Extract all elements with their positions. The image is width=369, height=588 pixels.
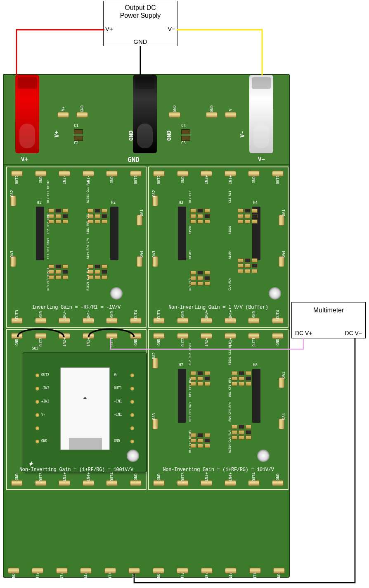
test-pad[interactable]: IN2- [59, 171, 70, 176]
test-pad[interactable]: GND [130, 333, 142, 339]
pad-oa4-q2[interactable] [279, 256, 284, 267]
test-pad[interactable]: OUT2 [153, 171, 165, 176]
test-pad[interactable]: IN4+ [83, 480, 94, 486]
test-pad[interactable]: IN3- [59, 318, 70, 324]
test-pad[interactable]: GND [177, 318, 189, 324]
test-pad[interactable]: OUT1 [130, 171, 142, 176]
test-pad[interactable]: IN1+ [83, 333, 94, 339]
test-pad[interactable]: OUT4 [248, 480, 260, 486]
pad-oa1[interactable] [137, 215, 142, 226]
test-pad[interactable]: IN2+ [59, 333, 70, 339]
test-pad[interactable]: IN3+ [201, 568, 213, 574]
testpoint-gnd3[interactable]: GND [206, 112, 218, 118]
daughter-pin[interactable] [35, 374, 39, 377]
test-pad[interactable]: OUT4 [249, 568, 261, 574]
testpoint-gnd2[interactable]: GND [169, 112, 180, 118]
test-pad[interactable]: IN3+ [201, 480, 212, 486]
test-pad[interactable]: GND [11, 480, 23, 486]
test-pad[interactable]: OUT1 [248, 333, 260, 339]
test-pad[interactable]: GND [35, 318, 47, 324]
pad-oa1-q4[interactable] [279, 377, 284, 388]
pad-oa2-q2[interactable] [152, 195, 158, 206]
test-pad[interactable]: IN1+ [225, 333, 236, 339]
test-pad[interactable]: GND [248, 171, 260, 176]
daughter-pin[interactable] [35, 413, 39, 417]
daughter-pin[interactable] [35, 440, 39, 443]
test-pad[interactable]: IN4+ [225, 480, 236, 486]
test-pad[interactable]: IN3+ [59, 480, 70, 486]
test-pad[interactable]: OUT4 [104, 568, 116, 574]
pad-oa1-q2[interactable] [279, 215, 284, 226]
test-pad[interactable]: IN4+ [225, 568, 237, 574]
test-pad[interactable]: IN1+ [225, 171, 236, 176]
test-pad[interactable]: IN4- [83, 318, 94, 324]
pad-oa3[interactable] [10, 256, 16, 267]
daughter-pin[interactable] [130, 400, 134, 404]
test-pad[interactable]: OUT3 [177, 568, 188, 574]
test-pad[interactable]: OUT2 [35, 333, 47, 339]
test-pad[interactable]: GND [130, 480, 142, 486]
test-pad[interactable]: IN4+ [225, 318, 236, 324]
pad-oa3-q4[interactable] [152, 419, 158, 429]
daughter-pin[interactable] [130, 413, 134, 417]
test-pad[interactable]: IN1- [83, 171, 94, 176]
daughter-pin[interactable] [35, 400, 39, 404]
header-h7[interactable] [178, 369, 186, 423]
testpoint-gnd1[interactable]: GND [76, 112, 88, 118]
test-pad[interactable]: IN3+ [201, 318, 212, 324]
test-pad[interactable]: GND [8, 568, 19, 574]
test-pad[interactable]: GND [35, 171, 47, 176]
daughter-pin[interactable] [130, 374, 134, 377]
test-pad[interactable]: OUT3 [153, 318, 165, 324]
test-pad[interactable]: GND [273, 568, 285, 574]
test-pad[interactable]: OUT2 [11, 171, 23, 176]
pad-oa4-q4[interactable] [279, 419, 284, 429]
test-pad[interactable]: GND [272, 480, 284, 486]
testpoint-vminus[interactable]: V- [225, 112, 237, 118]
test-pad[interactable]: GND [106, 171, 118, 176]
test-pad[interactable]: OUT4 [106, 480, 118, 486]
test-pad[interactable]: GND [106, 318, 118, 324]
test-pad[interactable]: OUT3 [177, 480, 189, 486]
test-pad[interactable]: GND [153, 480, 165, 486]
test-pad[interactable]: GND [177, 171, 189, 176]
test-pad[interactable]: GND [128, 568, 140, 574]
banana-jack-vminus[interactable] [249, 75, 273, 153]
pad-oa4[interactable] [137, 256, 142, 267]
banana-jack-vplus[interactable] [15, 75, 39, 153]
test-pad[interactable]: IN2+ [201, 171, 212, 176]
pad-oa2[interactable] [10, 195, 16, 206]
test-pad[interactable]: IN3+ [56, 568, 68, 574]
test-pad[interactable]: OUT2 [177, 333, 189, 339]
test-pad[interactable]: GND [153, 333, 165, 339]
test-pad[interactable]: OUT4 [130, 318, 142, 324]
header-h1[interactable] [36, 207, 44, 260]
test-pad[interactable]: GND [248, 318, 260, 324]
test-pad[interactable]: OUT1 [272, 171, 284, 176]
header-h2[interactable] [110, 207, 118, 260]
banana-jack-gnd[interactable] [133, 75, 157, 153]
test-pad[interactable]: OUT1 [106, 333, 118, 339]
daughter-pin[interactable] [35, 426, 39, 430]
test-pad[interactable]: OUT3 [32, 568, 43, 574]
daughter-pin[interactable] [130, 426, 134, 430]
test-pad[interactable]: GND [11, 333, 23, 339]
header-h3[interactable] [178, 207, 186, 260]
pad-label: IN4+ [228, 472, 232, 481]
test-pad[interactable]: OUT3 [11, 318, 23, 324]
pad-oa3-q2[interactable] [152, 256, 158, 267]
test-pad[interactable]: OUT3 [35, 480, 47, 486]
daughter-pin[interactable] [130, 387, 134, 390]
test-pad[interactable]: OUT4 [272, 318, 284, 324]
ic-socket[interactable] [60, 367, 110, 450]
testpoint-vplus[interactable]: V+ [57, 112, 69, 118]
daughter-pin[interactable] [35, 387, 39, 390]
test-pad[interactable]: GND [153, 568, 164, 574]
test-pad[interactable]: GND [272, 333, 284, 339]
pad-label: GND [15, 339, 19, 345]
test-pad[interactable]: IN2+ [201, 333, 212, 339]
header-h8[interactable] [252, 369, 260, 423]
test-pad[interactable]: IN4+ [80, 568, 92, 574]
daughter-pin[interactable] [130, 440, 134, 443]
pad-oa2-q4[interactable] [152, 358, 158, 369]
